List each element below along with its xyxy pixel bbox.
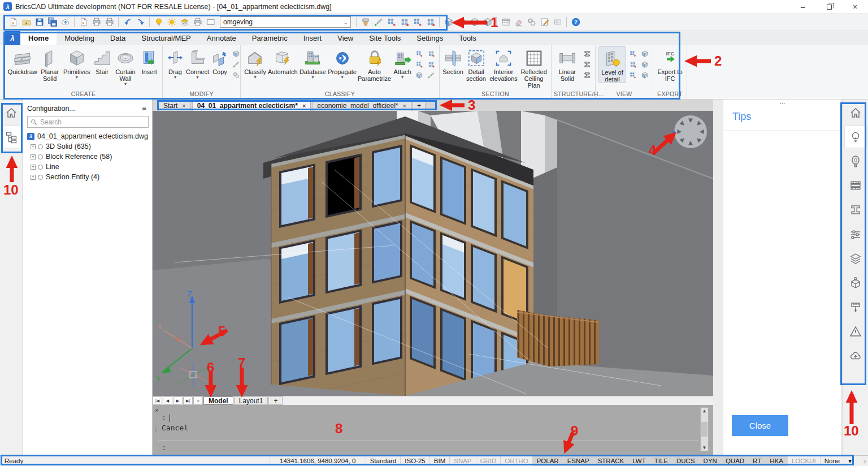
sun-icon[interactable] xyxy=(165,16,178,29)
command-line-panel[interactable]: × ⋮ : Cancel : ▲ ▼ xyxy=(153,405,713,455)
add-layout-button[interactable]: + xyxy=(268,396,283,405)
close-button[interactable]: × xyxy=(842,0,868,14)
status-grid[interactable]: GRID xyxy=(476,456,501,466)
ribbon-button-section[interactable]: Section xyxy=(442,46,463,75)
small-tool-icon[interactable] xyxy=(583,71,592,80)
status-rt[interactable]: RT xyxy=(748,456,765,466)
structure-browser-icon[interactable] xyxy=(1,126,21,148)
site-balloon-icon[interactable] xyxy=(844,150,867,172)
small-tool-icon[interactable] xyxy=(415,60,424,69)
doc-tab-economie[interactable]: economie_model_officieel*× xyxy=(312,100,411,111)
ribbon-button-linear-solid[interactable]: Linear Solid xyxy=(554,46,580,82)
print-icon[interactable] xyxy=(90,16,103,29)
tab-settings[interactable]: Settings xyxy=(409,31,451,45)
layers-gold-icon[interactable] xyxy=(178,16,191,29)
status-coordinates[interactable]: 14341.1606, 9480.9204, 0 xyxy=(270,456,366,466)
entity-grid-icon[interactable] xyxy=(398,16,411,29)
layout1-tab[interactable]: Layout1 xyxy=(234,396,268,405)
tab-parametric[interactable]: Parametric xyxy=(244,31,296,45)
ribbon-button-connect[interactable]: Connect▾ xyxy=(186,46,209,80)
printer-icon[interactable] xyxy=(191,16,204,29)
status-hka[interactable]: HKA xyxy=(765,456,787,466)
tab-site-tools[interactable]: Site Tools xyxy=(361,31,409,45)
status-tile[interactable]: TILE xyxy=(650,456,672,466)
tab-view[interactable]: View xyxy=(329,31,361,45)
tab-annotate[interactable]: Annotate xyxy=(199,31,244,45)
tree-item-line[interactable]: +Line xyxy=(27,162,149,172)
layer-combo[interactable]: omgeving ⌄ xyxy=(220,16,351,28)
entity-grid-icon[interactable] xyxy=(411,16,424,29)
cloud-save-icon[interactable] xyxy=(59,16,72,29)
ribbon-button-export-to-ifc[interactable]: Export to IFC xyxy=(656,46,684,82)
ribbon-button-reflected-ceiling-plan[interactable]: Reflected Ceiling Plan xyxy=(519,46,548,89)
scroll-thumb[interactable] xyxy=(701,422,708,437)
tab-tools[interactable]: Tools xyxy=(451,31,484,45)
panel-splitter[interactable] xyxy=(713,100,723,455)
save-all-icon[interactable] xyxy=(46,16,59,29)
ribbon-button-drag[interactable]: Drag▾ xyxy=(166,46,185,80)
tab-modeling[interactable]: Modeling xyxy=(57,31,102,45)
search-input[interactable]: Search xyxy=(27,116,149,128)
small-tool-icon[interactable] xyxy=(232,49,241,58)
status-dyn[interactable]: DYN xyxy=(699,456,721,466)
expand-icon[interactable]: + xyxy=(31,175,36,180)
status-esnap[interactable]: ESNAP xyxy=(563,456,593,466)
ribbon-button-automatch[interactable]: Automatch xyxy=(268,46,298,75)
layers-icon[interactable] xyxy=(844,247,867,270)
status-ortho[interactable]: ORTHO xyxy=(500,456,532,466)
ribbon-button-database[interactable]: Database▾ xyxy=(299,46,327,80)
paint-icon[interactable] xyxy=(844,296,867,318)
model-tab[interactable]: Model xyxy=(203,396,233,405)
status-quad[interactable]: QUAD xyxy=(721,456,748,466)
command-prompt[interactable]: : xyxy=(162,443,166,452)
view-cube-icon[interactable] xyxy=(481,16,494,29)
composition-icon[interactable] xyxy=(844,223,867,245)
help-icon[interactable] xyxy=(569,16,582,29)
status-lwt[interactable]: LWT xyxy=(628,456,649,466)
doc-tab-start[interactable]: Start× xyxy=(158,100,191,111)
open-folder-icon[interactable] xyxy=(20,16,33,29)
close-icon[interactable]: × xyxy=(403,102,406,109)
small-tool-icon[interactable] xyxy=(640,71,649,80)
settings-copy-icon[interactable] xyxy=(525,16,538,29)
issues-icon[interactable] xyxy=(844,320,867,343)
status-none[interactable]: None xyxy=(820,456,844,466)
ribbon-button-quickdraw[interactable]: Quickdraw xyxy=(7,46,38,75)
drawing-explorer-icon[interactable] xyxy=(499,16,512,29)
home-icon[interactable] xyxy=(844,101,867,124)
ribbon-button-insert[interactable]: Insert xyxy=(139,46,159,75)
page-search-icon[interactable] xyxy=(77,16,90,29)
small-tool-icon[interactable] xyxy=(583,60,592,69)
close-icon[interactable]: × xyxy=(155,407,159,414)
scroll-up-icon[interactable]: ▲ xyxy=(703,408,706,413)
ribbon-button-level-of-detail[interactable]: Level of detail xyxy=(598,46,626,83)
scroll-down-icon[interactable]: ▼ xyxy=(703,445,706,450)
new-doc-tab-button[interactable]: + xyxy=(413,100,426,111)
status-bim[interactable]: BIM xyxy=(429,456,449,466)
ribbon-button-attach[interactable]: Attach▾ xyxy=(392,46,413,80)
save-icon[interactable] xyxy=(33,16,46,29)
clean-brush-icon[interactable] xyxy=(359,16,372,29)
ribbon-button-curtain-wall[interactable]: Curtain Wall▾ xyxy=(113,46,138,87)
tab-structural-mep[interactable]: Structural/MEP xyxy=(133,31,198,45)
edit-annotation-icon[interactable] xyxy=(538,16,551,29)
status-strack[interactable]: STRACK xyxy=(593,456,628,466)
undo-icon[interactable] xyxy=(121,16,134,29)
tab-data[interactable]: Data xyxy=(102,31,133,45)
entity-grid-icon[interactable] xyxy=(385,16,398,29)
small-tool-icon[interactable] xyxy=(640,60,649,69)
status-iso25[interactable]: ISO-25 xyxy=(400,456,429,466)
last-layout-button[interactable]: ▶| xyxy=(183,396,193,405)
tips-close-button[interactable]: Close xyxy=(732,415,788,436)
expand-icon[interactable]: + xyxy=(31,144,36,149)
ribbon-button-interior-elevations[interactable]: Interior elevations xyxy=(489,46,518,82)
small-tool-icon[interactable] xyxy=(232,71,241,80)
small-tool-icon[interactable] xyxy=(628,71,637,80)
hamburger-menu-icon[interactable]: ≡ xyxy=(142,104,146,113)
ribbon-button-classify[interactable]: Classify▾ xyxy=(244,46,267,80)
small-tool-icon[interactable] xyxy=(427,60,436,69)
close-icon[interactable]: × xyxy=(302,102,306,109)
ribbon-app-button[interactable]: λ xyxy=(5,31,20,45)
redo-icon[interactable] xyxy=(134,16,147,29)
expand-icon[interactable]: + xyxy=(31,165,36,170)
